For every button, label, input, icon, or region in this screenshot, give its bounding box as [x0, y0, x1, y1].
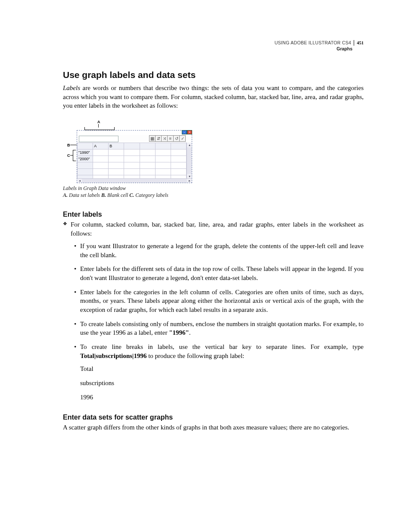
caption-key-b: B. [101, 192, 106, 198]
horizontal-scrollbar[interactable]: ◂ ▸ [77, 178, 192, 183]
intro-paragraph: Labels are words or numbers that describ… [63, 84, 364, 110]
scroll-left-icon[interactable]: ◂ [77, 179, 82, 183]
bullet4-bold: "1996" [169, 329, 189, 336]
bullet5-part3: to produce the following graph label: [146, 352, 244, 359]
vertical-scrollbar[interactable]: ▴ ▾ [187, 143, 192, 179]
scroll-right-icon[interactable]: ▸ [187, 179, 192, 183]
apply-icon[interactable]: ✓ [179, 135, 186, 142]
bullet5-bold: Total|subscriptions|1996 [80, 352, 146, 359]
col-a-header: A [93, 143, 109, 149]
caption-line1: Labels in Graph Data window [63, 185, 126, 191]
input-row: ▦ ⇵ ⤭ ≡ ↺ ✓ [77, 135, 192, 143]
switch-xy-icon[interactable]: ⤭ [161, 135, 168, 142]
page: USING ADOBE ILLUSTRATOR CS4451 Graphs Us… [0, 0, 411, 532]
scatter-paragraph: A scatter graph differs from the other k… [63, 423, 364, 432]
spreadsheet-grid[interactable]: AB "1990" "2000" [77, 143, 187, 179]
toolbar-icons: ▦ ⇵ ⤭ ≡ ↺ ✓ [149, 135, 186, 142]
figure-graph-data-window: A B C ‑ × ▦ ⇵ ⤭ ≡ [63, 120, 364, 199]
stack-line: Total [80, 364, 364, 373]
callout-label-c: C [67, 153, 70, 158]
cell-input[interactable] [79, 136, 118, 142]
col-b-header: B [109, 143, 124, 149]
scroll-up-icon[interactable]: ▴ [187, 143, 192, 147]
data-window-panel: ‑ × ▦ ⇵ ⤭ ≡ ↺ ✓ AB [77, 130, 192, 183]
callout-brace-a [84, 127, 115, 130]
revert-icon[interactable]: ↺ [173, 135, 180, 142]
list-item: To create labels consisting only of numb… [80, 320, 364, 337]
bullet4-part3: . [189, 329, 191, 336]
caption-key-a: A. [63, 192, 68, 198]
caption-key-c: C. [129, 192, 134, 198]
caption-text-c: Category labels [134, 192, 168, 198]
cell-style-icon[interactable]: ≡ [167, 135, 174, 142]
intro-rest: are words or numbers that describe two t… [63, 84, 364, 109]
enter-labels-lead: For column, stacked column, bar, stacked… [71, 220, 364, 401]
intro-lead-word: Labels [63, 84, 80, 91]
page-number: 451 [354, 40, 364, 45]
chapter-title: Graphs [274, 46, 364, 52]
window-controls: ‑ × [182, 130, 192, 134]
callout-label-b: B [67, 143, 70, 147]
label-output-example: Total subscriptions 1996 [80, 364, 364, 401]
figure-diagram: A B C ‑ × ▦ ⇵ ⤭ ≡ [63, 120, 192, 182]
list-item: Enter labels for the different sets of d… [80, 264, 364, 282]
callout-brace-c [73, 150, 76, 161]
transpose-icon[interactable]: ⇵ [155, 135, 162, 142]
section-heading: Use graph labels and data sets [63, 70, 364, 80]
enter-labels-list: For column, stacked column, bar, stacked… [63, 220, 364, 401]
list-item: If you want Illustrator to generate a le… [80, 242, 364, 259]
list-item: Enter labels for the categories in the l… [80, 288, 364, 314]
close-icon[interactable]: × [187, 130, 192, 134]
running-header: USING ADOBE ILLUSTRATOR CS4451 Graphs [274, 38, 364, 52]
list-item: To create line breaks in labels, use the… [80, 342, 364, 401]
callout-line-b [70, 145, 77, 145]
caption-text-b: Blank cell [106, 192, 129, 198]
enter-labels-sublist: If you want Illustrator to generate a le… [71, 242, 364, 402]
subheading-enter-labels: Enter labels [63, 211, 364, 218]
figure-caption: Labels in Graph Data window A. Data set … [63, 185, 364, 199]
minimize-icon[interactable]: ‑ [182, 130, 187, 134]
caption-text-a: Data set labels [68, 192, 101, 198]
row-1-label: "1990" [78, 149, 93, 156]
stack-line: subscriptions [80, 379, 364, 388]
book-title: USING ADOBE ILLUSTRATOR CS4 [274, 40, 354, 46]
stack-line: 1996 [80, 393, 364, 402]
bullet5-part1: To create line breaks in labels, use the… [80, 343, 364, 350]
callout-label-a: A [97, 120, 100, 124]
row-2-label: "2000" [78, 156, 93, 162]
import-data-icon[interactable]: ▦ [149, 135, 156, 142]
subheading-scatter: Enter data sets for scatter graphs [63, 414, 364, 421]
bullet4-part1: To create labels consisting only of numb… [80, 320, 364, 336]
enter-labels-lead-text: For column, stacked column, bar, stacked… [71, 221, 364, 237]
